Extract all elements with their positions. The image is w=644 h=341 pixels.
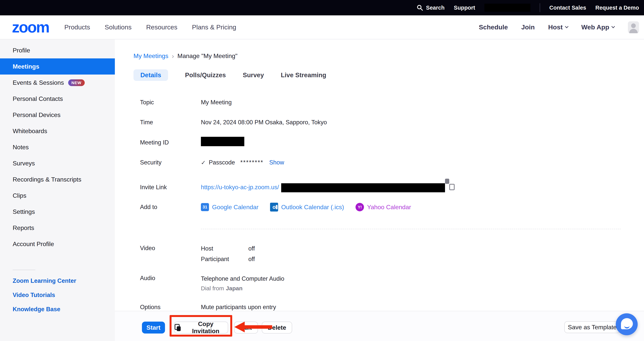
dial-from-country: Japan [226, 285, 242, 292]
sidebar-item-label: Personal Devices [13, 112, 60, 118]
google-calendar-label: Google Calendar [212, 204, 258, 211]
outlook-calendar-icon: o [270, 203, 278, 212]
invite-link-url[interactable]: https://u-tokyo-ac-jp.zoom.us/ [201, 184, 279, 191]
audio-value: Telephone and Computer Audio [201, 275, 284, 282]
redacted-meeting-id [201, 137, 244, 146]
search-button[interactable]: Search [416, 4, 445, 11]
sidebar-item-label: Whiteboards [13, 128, 47, 135]
start-button[interactable]: Start [142, 322, 165, 334]
sidebar-link-knowledge-base[interactable]: Knowledge Base [0, 306, 115, 313]
passcode-mask: ******** [240, 159, 264, 166]
time-value: Nov 24, 2024 08:00 PM Osaka, Sapporo, To… [201, 119, 327, 126]
sidebar-item-label: Meetings [13, 63, 39, 70]
nav-menu: Products Solutions Resources Plans & Pri… [64, 24, 236, 31]
audio-label: Audio [140, 274, 201, 282]
nav-host-dropdown[interactable]: Host [548, 24, 568, 31]
sidebar-item-label: Account Profile [13, 240, 54, 248]
sidebar-item-notes[interactable]: Notes [0, 139, 115, 155]
new-badge: NEW [68, 79, 85, 86]
sidebar-item-reports[interactable]: Reports [0, 220, 115, 236]
sidebar-item-recordings-transcripts[interactable]: Recordings & Transcripts [0, 171, 115, 188]
sidebar-item-label: Clips [13, 192, 26, 199]
sidebar-item-personal-contacts[interactable]: Personal Contacts [0, 91, 115, 107]
nav-solutions[interactable]: Solutions [105, 24, 132, 31]
sidebar-link-learning-center[interactable]: Zoom Learning Center [0, 278, 115, 284]
copy-icon [174, 324, 180, 331]
sidebar-item-surveys[interactable]: Surveys [0, 155, 115, 171]
outlook-calendar-link[interactable]: o Outlook Calendar (.ics) [270, 203, 344, 212]
tab-survey[interactable]: Survey [243, 69, 264, 81]
nav-host-label: Host [548, 24, 563, 31]
options-label: Options [140, 303, 201, 312]
nav-right: Schedule Join Host Web App [479, 21, 639, 33]
redacted-invite-link [281, 183, 445, 192]
nav-plans-pricing[interactable]: Plans & Pricing [192, 24, 236, 31]
sidebar-item-whiteboards[interactable]: Whiteboards [0, 123, 115, 139]
nav-join[interactable]: Join [521, 24, 535, 31]
chevron-down-icon [611, 24, 615, 28]
breadcrumb: My Meetings › Manage "My Meeting" [134, 52, 238, 60]
options-value-row: Mute participants upon entry [201, 303, 276, 312]
action-bar: Start Copy Invitation Edit Delete Save a… [115, 311, 644, 341]
calendar-links: 31 Google Calendar o Outlook Calendar (.… [201, 203, 411, 212]
sidebar-item-clips[interactable]: Clips [0, 188, 115, 204]
invite-link-label: Invite Link [140, 184, 201, 191]
nav-resources[interactable]: Resources [146, 24, 178, 31]
tab-details[interactable]: Details [134, 69, 168, 81]
google-calendar-link[interactable]: 31 Google Calendar [201, 203, 258, 211]
chevron-down-icon [565, 24, 568, 28]
support-link[interactable]: Support [454, 4, 475, 11]
sidebar-item-label: Personal Contacts [13, 95, 63, 102]
add-to-row: Add to 31 Google Calendar o Outlook Cale… [140, 199, 411, 215]
add-to-label: Add to [140, 204, 201, 210]
user-avatar[interactable] [628, 21, 639, 33]
search-label: Search [426, 4, 445, 11]
sidebar-item-label: Profile [13, 47, 30, 54]
section-divider [201, 229, 621, 229]
yahoo-calendar-link[interactable]: Y! Yahoo Calendar [356, 203, 411, 211]
annotation-arrow-shaft [244, 325, 272, 329]
audio-value-row: Telephone and Computer Audio [201, 274, 284, 283]
sidebar-item-profile[interactable]: Profile [0, 42, 115, 58]
tab-live-streaming[interactable]: Live Streaming [281, 69, 326, 81]
sidebar-link-video-tutorials[interactable]: Video Tutorials [0, 292, 115, 298]
tab-bar: Details Polls/Quizzes Survey Live Stream… [134, 69, 326, 81]
chat-support-button[interactable] [616, 313, 638, 335]
nav-schedule[interactable]: Schedule [479, 24, 508, 31]
show-passcode-link[interactable]: Show [269, 159, 284, 166]
sidebar-item-events-sessions[interactable]: Events & Sessions NEW [0, 74, 115, 91]
contact-sales-link[interactable]: Contact Sales [549, 4, 586, 11]
top-utility-bar: Search Support Contact Sales Request a D… [0, 0, 644, 15]
time-label: Time [140, 119, 201, 126]
meeting-id-row: Meeting ID [140, 138, 201, 147]
topic-row: Topic My Meeting [140, 98, 232, 106]
topic-label: Topic [140, 99, 201, 106]
sidebar-item-personal-devices[interactable]: Personal Devices [0, 107, 115, 123]
request-demo-link[interactable]: Request a Demo [596, 4, 639, 11]
zoom-logo[interactable]: zoom [12, 20, 49, 35]
video-participant-value: off [248, 256, 255, 262]
tab-polls-quizzes[interactable]: Polls/Quizzes [185, 69, 226, 81]
video-host-row: Host off [201, 244, 255, 253]
nav-webapp-label: Web App [582, 24, 609, 31]
checkmark-icon: ✓ [201, 159, 206, 166]
search-icon [416, 4, 423, 11]
sidebar-item-settings[interactable]: Settings [0, 204, 115, 220]
video-participant-label: Participant [201, 256, 248, 262]
sidebar-item-label: Settings [13, 208, 35, 215]
breadcrumb-my-meetings[interactable]: My Meetings [134, 52, 168, 60]
copy-invitation-button[interactable]: Copy Invitation [174, 322, 228, 334]
nav-webapp-dropdown[interactable]: Web App [582, 24, 614, 31]
nav-products[interactable]: Products [64, 24, 90, 31]
copy-invitation-label: Copy Invitation [184, 320, 228, 335]
page-title: Manage "My Meeting" [178, 52, 238, 60]
sidebar-item-account-profile[interactable]: Account Profile [0, 236, 115, 252]
sidebar-item-label: Surveys [13, 160, 35, 167]
time-row: Time Nov 24, 2024 08:00 PM Osaka, Sappor… [140, 118, 327, 126]
redacted-account-info [484, 4, 530, 12]
video-host-value: off [248, 245, 255, 252]
sidebar-item-meetings[interactable]: Meetings [0, 58, 115, 74]
invite-link-row: Invite Link https://u-tokyo-ac-jp.zoom.u… [140, 183, 279, 192]
nav-schedule-label: Schedule [479, 24, 508, 31]
save-as-template-button[interactable]: Save as Template [564, 321, 620, 333]
